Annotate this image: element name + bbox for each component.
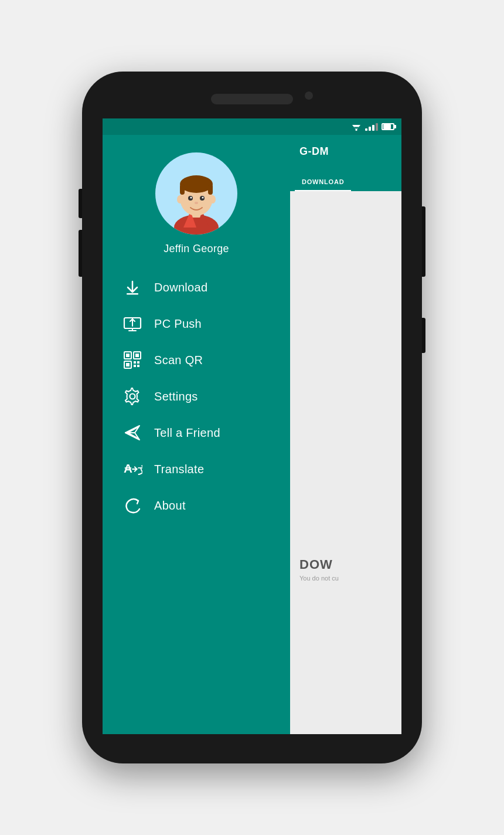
download-tab[interactable]: DOWNLOAD: [295, 174, 351, 191]
pc-push-label: PC Push: [154, 317, 202, 331]
menu-item-scan-qr[interactable]: Scan QR: [117, 342, 276, 378]
svg-rect-30: [134, 361, 136, 364]
phone-speaker: [211, 94, 293, 104]
dow-title: DOW: [299, 557, 392, 572]
svg-rect-19: [127, 293, 138, 295]
svg-point-15: [202, 197, 204, 199]
dow-overlay: DOW You do not cu: [290, 545, 401, 593]
menu-item-about[interactable]: About: [117, 487, 276, 524]
svg-rect-31: [137, 361, 139, 364]
phone-camera: [305, 91, 313, 100]
app-content: Jeffin George D: [103, 135, 401, 734]
user-name-label: Jeffin George: [164, 243, 229, 255]
main-content: DOW You do not cu: [290, 191, 401, 734]
download-icon: [122, 277, 142, 297]
menu-list: Download: [103, 269, 290, 524]
svg-point-14: [190, 197, 192, 199]
svg-point-16: [195, 202, 198, 204]
download-label: Download: [154, 281, 207, 294]
menu-item-translate[interactable]: A 文 Translate: [117, 451, 276, 487]
dow-subtitle: You do not cu: [299, 575, 392, 582]
svg-point-17: [177, 195, 183, 203]
svg-rect-29: [126, 363, 130, 366]
about-label: About: [154, 499, 186, 512]
battery-icon: [382, 123, 394, 130]
main-panel: G-DM DOWNLOAD DOW You do not cu: [290, 135, 401, 734]
menu-item-settings[interactable]: Settings: [117, 378, 276, 415]
svg-rect-32: [134, 365, 136, 367]
svg-point-34: [130, 394, 135, 399]
phone-screen: Jeffin George D: [103, 118, 401, 734]
svg-rect-25: [126, 354, 130, 357]
status-bar: [103, 118, 401, 135]
avatar-image: [161, 164, 231, 235]
svg-rect-27: [135, 354, 139, 357]
svg-text:文: 文: [138, 464, 143, 476]
extra-right-button: [422, 318, 425, 353]
avatar: [155, 152, 237, 235]
pc-push-icon: [122, 314, 142, 334]
translate-label: Translate: [154, 463, 204, 476]
menu-item-pc-push[interactable]: PC Push: [117, 306, 276, 342]
svg-point-18: [210, 195, 216, 203]
volume-down-button: [79, 230, 82, 277]
phone-body: Jeffin George D: [82, 72, 422, 763]
phone-outer: Jeffin George D: [0, 0, 504, 835]
svg-rect-10: [180, 184, 185, 195]
menu-item-tell-a-friend[interactable]: Tell a Friend: [117, 415, 276, 451]
tell-a-friend-label: Tell a Friend: [154, 426, 220, 440]
svg-rect-33: [137, 365, 139, 367]
svg-point-4: [174, 215, 219, 235]
svg-rect-11: [208, 184, 213, 195]
power-button: [422, 206, 425, 277]
signal-icon: [365, 123, 378, 131]
scan-qr-label: Scan QR: [154, 354, 203, 367]
translate-icon: A 文: [122, 459, 142, 479]
share-icon: [122, 423, 142, 443]
toolbar-title: G-DM: [299, 145, 329, 158]
volume-up-button: [79, 189, 82, 218]
tab-bar: DOWNLOAD: [290, 168, 401, 191]
settings-icon: [122, 386, 142, 406]
qr-icon: [122, 350, 142, 370]
wifi-icon: [351, 123, 362, 131]
settings-label: Settings: [154, 390, 198, 403]
main-toolbar: G-DM: [290, 135, 401, 168]
svg-point-9: [180, 175, 213, 193]
about-icon: [122, 495, 142, 515]
menu-item-download[interactable]: Download: [117, 269, 276, 306]
navigation-drawer: Jeffin George D: [103, 135, 290, 734]
